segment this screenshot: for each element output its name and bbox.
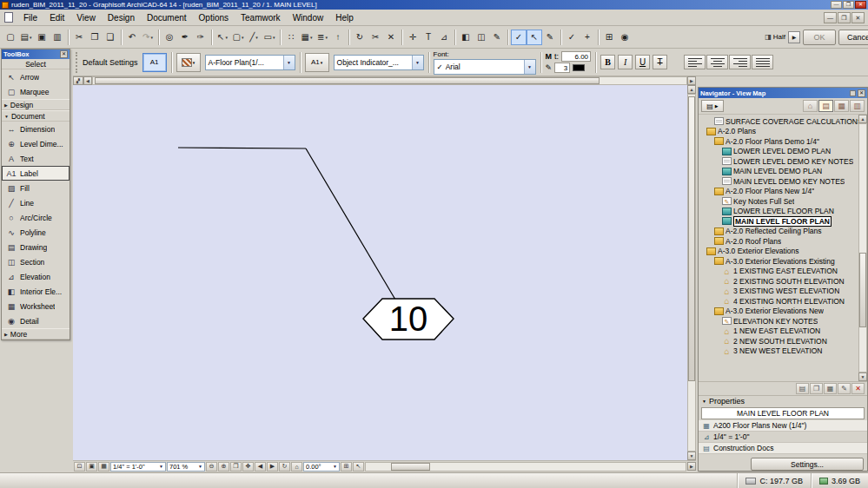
expand-toolbar-button[interactable]: ▶	[788, 31, 800, 43]
navigator-close-icon[interactable]: ✕	[858, 89, 865, 97]
tree-item[interactable]: ⌂2 NEW SOUTH ELEVATION	[699, 336, 858, 346]
toolbox-item-polyline[interactable]: ∿Polyline	[2, 225, 70, 240]
redo-button[interactable]: ↷▾	[140, 30, 156, 45]
rotate-view-button[interactable]: ↻	[279, 462, 290, 472]
element-schedule-button[interactable]: ▦▾	[299, 30, 315, 45]
select-arrow-mode-button[interactable]: ↖	[527, 30, 542, 45]
menu-item-options[interactable]: Options	[193, 11, 235, 24]
toolbox-item-elevation[interactable]: ⊿Elevation	[2, 269, 70, 284]
find-select-button[interactable]: ◎	[162, 30, 177, 45]
menu-item-document[interactable]: Document	[141, 11, 193, 24]
confirm-button[interactable]: ✓	[564, 30, 580, 45]
view-settings-button[interactable]: ✎	[838, 383, 851, 394]
text-edit-button[interactable]: T	[421, 30, 436, 45]
top-scroll-track[interactable]	[92, 76, 687, 85]
tree-item[interactable]: A-2.0 Floor Plans New 1/4"	[699, 187, 858, 197]
bring-forward-button[interactable]: ↑	[330, 30, 346, 45]
show-infobox-panel-button[interactable]: ◫	[474, 30, 489, 45]
tree-item[interactable]: A-3.0 Exterior Elevations	[699, 247, 858, 257]
italic-style-button[interactable]: I	[618, 55, 633, 69]
property-row-layout[interactable]: ▦A200 Floor Plans New (1/4")	[699, 420, 867, 432]
tree-item[interactable]: ⌂1 NEW EAST ELEVATION	[699, 326, 858, 337]
toolbox-group-document[interactable]: ▼Document	[2, 110, 70, 122]
tree-item[interactable]: LOWER LEVEL DEMO KEY NOTES	[699, 156, 858, 167]
toolbox-item-fill[interactable]: ▨Fill	[2, 181, 70, 195]
scroll-right-icon[interactable]: ▶	[687, 462, 696, 471]
layer-icon-button[interactable]: ▾	[176, 53, 201, 72]
menu-item-teamwork[interactable]: Teamwork	[235, 11, 287, 24]
leader-line-horizontal[interactable]	[178, 148, 306, 148]
toolbox-item-interior-elevation[interactable]: ◧Interior Ele...	[2, 284, 70, 299]
fit-in-window-button[interactable]: ❐	[230, 462, 242, 472]
pen-color-swatch[interactable]	[573, 64, 585, 71]
arrow-tool-button[interactable]: ↖▾	[215, 30, 230, 45]
project-chooser-button[interactable]: ▤ ▶	[701, 100, 724, 112]
save-current-view-button[interactable]: ▦	[824, 383, 837, 394]
undo-button[interactable]: ↶	[124, 30, 140, 45]
publisher-button[interactable]: ▥	[850, 100, 865, 112]
scale-combo[interactable]: 1/4" = 1'-0" ▼	[110, 462, 166, 472]
tree-item[interactable]: ⌂2 EXISTING SOUTH ELEVATION	[699, 276, 858, 287]
align-right-button[interactable]	[729, 55, 751, 69]
better-preview-button[interactable]: ⊞	[341, 462, 352, 472]
menu-item-view[interactable]: View	[70, 11, 102, 24]
text-size-field[interactable]: 6.00	[561, 51, 591, 62]
property-row-scale[interactable]: ⊿1/4" = 1'-0"	[699, 432, 867, 443]
vertical-scrollbar[interactable]: ▲ ▼	[687, 85, 696, 460]
grid-snap-button[interactable]: ⊞	[601, 30, 617, 45]
toolbox-item-text[interactable]: AText	[2, 151, 70, 166]
cancel-button[interactable]: Cancel	[838, 30, 868, 45]
layout-book-button[interactable]: ▦	[834, 100, 849, 112]
zoom-in-button[interactable]: ⊕	[218, 462, 229, 472]
maximize-button[interactable]: ❐	[843, 1, 854, 9]
save-button[interactable]: ▣	[34, 30, 50, 45]
tree-item[interactable]: A-3.0 Exterior Elevations Existing	[699, 256, 858, 267]
menu-item-edit[interactable]: Edit	[43, 11, 70, 24]
align-left-button[interactable]	[684, 55, 706, 69]
tree-item[interactable]: A-2.0 Reflected Ceiling Plans	[699, 227, 858, 237]
strikethrough-style-button[interactable]: T	[653, 55, 667, 69]
ok-button[interactable]: OK	[803, 30, 836, 45]
zoom-out-button[interactable]: ⊖	[206, 462, 217, 472]
label-default-settings-button[interactable]: A1	[142, 53, 167, 72]
tree-item[interactable]: ⌂4 EXISTING NORTH ELEVATION	[699, 296, 858, 307]
half-size-control[interactable]: ◨ Half	[765, 33, 785, 41]
bold-style-button[interactable]: B	[600, 55, 615, 69]
show-toolbox-panel-button[interactable]: ◧	[458, 30, 474, 45]
layer-settings-button[interactable]: ≣▾	[315, 30, 330, 45]
tree-item[interactable]: ⌂3 NEW WEST ELEVATION	[699, 346, 858, 357]
bottom-scroll-track[interactable]	[365, 462, 686, 472]
property-row-subset[interactable]: ▤Construction Docs	[699, 443, 867, 454]
scroll-left-icon[interactable]: ◀	[83, 76, 92, 85]
object-indicator-combo[interactable]: Object Indicator_... ▼	[334, 55, 424, 70]
markup-pen-button[interactable]: ✎	[489, 30, 505, 45]
font-combo[interactable]: ✓ Arial ▼	[434, 59, 536, 75]
label-number-text[interactable]: 10	[389, 300, 428, 338]
split-button[interactable]: ✂	[368, 30, 383, 45]
inject-parameters-button[interactable]: ✑	[193, 30, 209, 45]
scroll-up-icon[interactable]: ▲	[858, 115, 867, 123]
splitter-button[interactable]: ▞	[73, 76, 83, 85]
tree-item[interactable]: MAIN LEVEL FLOOR PLAN	[699, 216, 858, 227]
scroll-down-icon[interactable]: ▼	[858, 373, 867, 381]
toolbox-item-level-dimension[interactable]: ⊕Level Dime...	[2, 136, 70, 151]
menu-item-window[interactable]: Window	[287, 11, 330, 24]
toolbox-header[interactable]: ToolBox ✕	[2, 49, 70, 59]
settings-button[interactable]: Settings...	[751, 458, 864, 471]
menu-item-file[interactable]: File	[17, 11, 43, 24]
polygon-tools-button[interactable]: ▭▾	[262, 30, 277, 45]
label-type-button[interactable]: A1 ▾	[305, 53, 329, 72]
view-name-field[interactable]: MAIN LEVEL FLOOR PLAN	[701, 407, 865, 419]
scroll-right-icon[interactable]: ▶	[687, 76, 696, 85]
zoom-combo[interactable]: 701 % ▼	[167, 462, 205, 472]
marquee-tool-button[interactable]: ▢▾	[230, 30, 246, 45]
new-folder-button[interactable]: ▤	[796, 383, 809, 394]
edit-pencil-mode-button[interactable]: ✎	[542, 30, 558, 45]
minimize-button[interactable]: —	[831, 1, 842, 9]
tree-item[interactable]: A-2.0 Floor Plans Demo 1/4"	[699, 136, 858, 147]
tree-item[interactable]: A-3.0 Exterior Elevations New	[699, 307, 858, 317]
view-map-button[interactable]: ▤	[818, 100, 833, 112]
toolbox-group-design[interactable]: ▶Design	[2, 99, 70, 110]
navigator-scroll-thumb[interactable]	[859, 253, 866, 327]
navigator-scrollbar[interactable]: ▲ ▼	[858, 115, 867, 381]
